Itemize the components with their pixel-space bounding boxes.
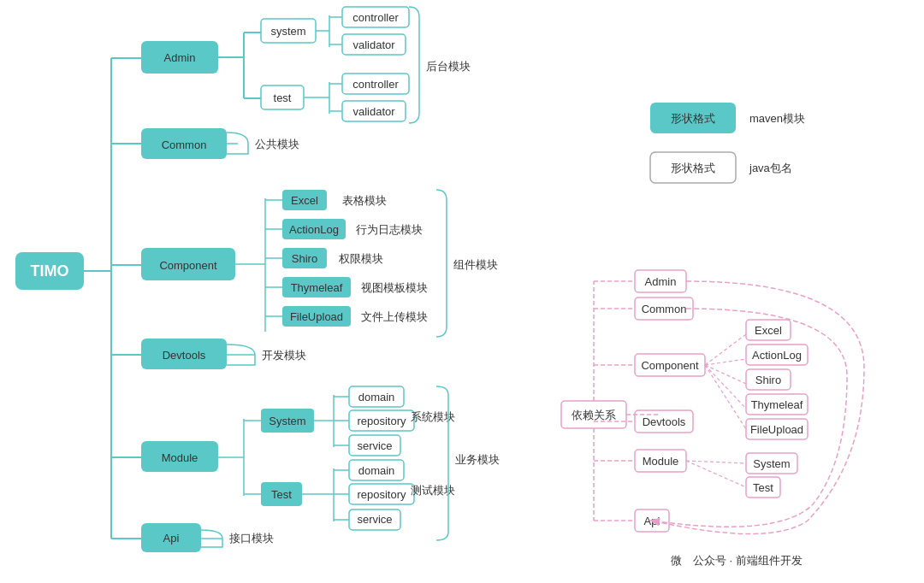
svg-text:Api: Api [163, 532, 180, 545]
svg-text:微: 微 [671, 554, 682, 567]
svg-text:TIMO: TIMO [31, 262, 69, 280]
svg-text:Thymeleaf: Thymeleaf [291, 281, 343, 294]
svg-text:maven模块: maven模块 [749, 112, 805, 125]
svg-text:validator: validator [352, 105, 395, 118]
svg-text:ActionLog: ActionLog [289, 223, 339, 236]
svg-text:Common: Common [642, 303, 687, 315]
svg-text:Devtools: Devtools [643, 415, 686, 428]
svg-text:System: System [753, 457, 790, 470]
svg-text:文件上传模块: 文件上传模块 [361, 310, 428, 323]
svg-text:业务模块: 业务模块 [455, 453, 500, 466]
svg-rect-0 [0, 0, 924, 583]
svg-text:FileUpload: FileUpload [750, 423, 803, 436]
svg-text:Test: Test [753, 481, 773, 494]
svg-text:controller: controller [352, 78, 399, 91]
svg-text:形状格式: 形状格式 [671, 162, 715, 174]
svg-text:Excel: Excel [755, 324, 782, 337]
svg-text:依赖关系: 依赖关系 [572, 409, 616, 421]
svg-text:形状格式: 形状格式 [671, 112, 715, 125]
svg-text:Test: Test [271, 488, 292, 501]
svg-text:system: system [270, 25, 305, 38]
svg-text:Module: Module [162, 451, 198, 464]
svg-text:FileUpload: FileUpload [290, 310, 343, 323]
svg-text:表格模块: 表格模块 [342, 194, 387, 207]
svg-text:service: service [357, 513, 392, 526]
svg-text:Component: Component [159, 259, 217, 272]
svg-text:System: System [269, 415, 305, 427]
svg-text:Admin: Admin [164, 51, 196, 64]
svg-text:Excel: Excel [291, 194, 318, 207]
svg-text:java包名: java包名 [749, 162, 792, 174]
svg-text:ActionLog: ActionLog [752, 349, 802, 362]
svg-text:Devtools: Devtools [163, 349, 206, 362]
svg-text:Shiro: Shiro [755, 374, 781, 386]
svg-text:Admin: Admin [645, 275, 677, 288]
svg-text:domain: domain [358, 464, 395, 477]
svg-text:后台模块: 后台模块 [426, 60, 471, 73]
svg-text:组件模块: 组件模块 [453, 258, 498, 271]
svg-text:test: test [274, 91, 292, 104]
svg-text:Common: Common [162, 138, 207, 151]
svg-text:公共模块: 公共模块 [255, 138, 299, 150]
svg-text:开发模块: 开发模块 [262, 349, 306, 362]
svg-text:视图模板模块: 视图模板模块 [361, 281, 428, 294]
svg-text:Shiro: Shiro [292, 252, 317, 265]
svg-text:repository: repository [357, 415, 406, 427]
svg-text:接口模块: 接口模块 [229, 532, 274, 545]
svg-text:行为日志模块: 行为日志模块 [356, 223, 423, 236]
svg-text:validator: validator [352, 38, 395, 51]
svg-text:domain: domain [358, 391, 395, 403]
svg-text:controller: controller [352, 11, 399, 24]
svg-text:权限模块: 权限模块 [338, 252, 383, 265]
svg-text:Component: Component [641, 359, 699, 372]
svg-text:Module: Module [643, 455, 679, 468]
svg-text:Thymeleaf: Thymeleaf [751, 398, 803, 411]
svg-text:repository: repository [357, 488, 406, 501]
wechat-label: 公众号 · 前端组件开发 [693, 554, 803, 567]
svg-text:service: service [357, 439, 392, 452]
